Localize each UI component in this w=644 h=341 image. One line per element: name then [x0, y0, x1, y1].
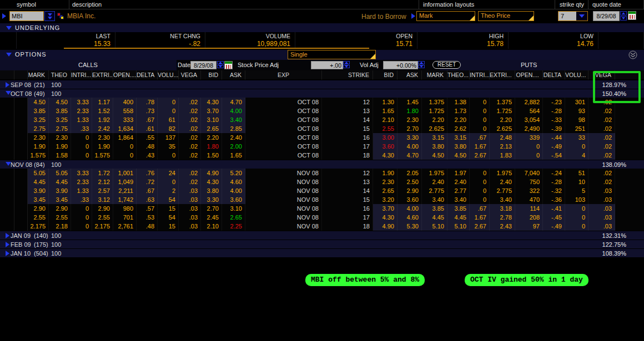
put-ask-cell[interactable]: 5.30: [398, 222, 422, 231]
call-mark-cell[interactable]: 2.30: [28, 133, 49, 142]
put-mark-cell[interactable]: 4.50: [422, 151, 447, 160]
put-theo-cell[interactable]: 1.38: [447, 98, 470, 106]
put-volume-cell[interactable]: 98: [565, 115, 588, 124]
call-extrinsic-cell[interactable]: 1.92: [92, 115, 113, 124]
put-ask-cell[interactable]: 2.90: [398, 186, 422, 195]
put-theo-header[interactable]: THEO...: [447, 70, 470, 80]
put-vega-cell[interactable]: .02: [588, 115, 615, 124]
call-mark-header[interactable]: MARK: [28, 70, 49, 80]
call-intrinsic-cell[interactable]: 0: [71, 151, 92, 160]
put-theo-cell[interactable]: 2.62: [447, 124, 470, 133]
put-open-interest-cell[interactable]: 0: [515, 142, 543, 151]
call-delta-header[interactable]: DELTA: [137, 70, 158, 80]
call-intrinsic-cell[interactable]: 3.33: [71, 169, 92, 177]
put-intrinsic-cell[interactable]: .67: [470, 204, 490, 213]
put-extrinsic-cell[interactable]: 2.20: [490, 115, 515, 124]
put-bid-cell[interactable]: 4.90: [373, 222, 398, 231]
put-theo-cell[interactable]: 3.85: [447, 204, 470, 213]
call-theo-cell[interactable]: 2.30: [49, 133, 71, 142]
put-theo-cell[interactable]: 2.77: [447, 186, 470, 195]
strike-header[interactable]: STRIKE: [322, 70, 373, 80]
call-open-interest-cell[interactable]: 1,049: [113, 177, 137, 186]
call-volume-cell[interactable]: 137: [158, 133, 179, 142]
put-mark-header[interactable]: MARK: [422, 70, 447, 80]
put-extrinsic-cell[interactable]: 1.975: [490, 169, 515, 177]
call-volume-cell[interactable]: 54: [158, 195, 179, 204]
put-bid-header[interactable]: BID: [373, 70, 398, 80]
call-bid-cell[interactable]: 2.70: [201, 204, 222, 213]
options-date-input[interactable]: [190, 61, 217, 69]
call-open-interest-cell[interactable]: 333: [113, 115, 137, 124]
call-intrinsic-cell[interactable]: .33: [71, 195, 92, 204]
put-volume-cell[interactable]: 301: [565, 98, 588, 106]
put-delta-cell[interactable]: -.36: [543, 195, 565, 204]
call-mark-cell[interactable]: 2.55: [28, 213, 49, 222]
call-volume-cell[interactable]: 35: [158, 142, 179, 151]
put-vega-cell[interactable]: .02: [588, 151, 615, 160]
call-volume-cell[interactable]: 0: [158, 151, 179, 160]
vol-adj-input[interactable]: [383, 61, 418, 69]
call-bid-cell[interactable]: 3.30: [201, 195, 222, 204]
call-bid-cell[interactable]: 1.80: [201, 142, 222, 151]
put-vega-cell[interactable]: .02: [588, 98, 615, 106]
call-ask-header[interactable]: ASK: [222, 70, 245, 80]
put-vega-cell[interactable]: .03: [588, 222, 615, 231]
call-bid-cell[interactable]: 3.80: [201, 186, 222, 195]
call-volume-cell[interactable]: 0: [158, 106, 179, 115]
call-extrinsic-cell[interactable]: 1.90: [92, 142, 113, 151]
layout-secondary-dropdown[interactable]: Theo Price: [478, 11, 534, 21]
put-mark-cell[interactable]: 4.45: [422, 213, 447, 222]
call-theo-cell[interactable]: 1.58: [49, 151, 71, 160]
call-ask-cell[interactable]: 4.60: [222, 177, 245, 186]
call-theo-cell[interactable]: 4.45: [49, 177, 71, 186]
spinner-up-icon[interactable]: [620, 11, 627, 16]
call-theo-cell[interactable]: 2.18: [49, 222, 71, 231]
put-delta-cell[interactable]: -.28: [543, 106, 565, 115]
call-bid-cell[interactable]: 2.65: [201, 124, 222, 133]
call-extrinsic-cell[interactable]: 2.57: [92, 186, 113, 195]
put-theo-cell[interactable]: 2.40: [447, 177, 470, 186]
put-delta-cell[interactable]: -.33: [543, 115, 565, 124]
call-intrinsic-cell[interactable]: 0: [71, 222, 92, 231]
call-intrinsic-cell[interactable]: 1.33: [71, 186, 92, 195]
put-intrinsic-cell[interactable]: 1.67: [470, 213, 490, 222]
put-vega-cell[interactable]: .02: [588, 106, 615, 115]
options-date-spinner[interactable]: [217, 61, 224, 69]
call-extrinsic-cell[interactable]: 1.575: [92, 151, 113, 160]
call-mark-cell[interactable]: 1.90: [28, 142, 49, 151]
linked-windows-icon[interactable]: [57, 13, 64, 20]
put-intrinsic-cell[interactable]: 0: [470, 169, 490, 177]
call-volume-cell[interactable]: 0: [158, 98, 179, 106]
put-ask-cell[interactable]: 1.80: [398, 106, 422, 115]
call-mark-cell[interactable]: 5.05: [28, 169, 49, 177]
put-mark-cell[interactable]: 1.975: [422, 169, 447, 177]
put-volume-header[interactable]: VOLU...: [565, 70, 588, 80]
call-theo-cell[interactable]: 3.25: [49, 115, 71, 124]
call-ask-cell[interactable]: 3.40: [222, 115, 245, 124]
call-volume-cell[interactable]: 61: [158, 115, 179, 124]
call-intrinsic-cell[interactable]: .33: [71, 124, 92, 133]
call-open-interest-cell[interactable]: 0: [113, 151, 137, 160]
put-volume-cell[interactable]: 103: [565, 195, 588, 204]
exp-header[interactable]: EXP: [245, 70, 322, 80]
put-volume-cell[interactable]: 33: [565, 133, 588, 142]
put-mark-cell[interactable]: 3.40: [422, 195, 447, 204]
call-theo-cell[interactable]: 3.45: [49, 195, 71, 204]
put-vega-cell[interactable]: .03: [588, 204, 615, 213]
call-mark-cell[interactable]: 3.25: [28, 115, 49, 124]
call-delta-cell[interactable]: .43: [137, 151, 158, 160]
call-bid-cell[interactable]: 3.70: [201, 106, 222, 115]
put-extrinsic-cell[interactable]: 2.625: [490, 124, 515, 133]
call-bid-cell[interactable]: 4.30: [201, 98, 222, 106]
call-extrinsic-cell[interactable]: 2.30: [92, 133, 113, 142]
put-open-interest-cell[interactable]: 750: [515, 177, 543, 186]
call-ask-cell[interactable]: 4.00: [222, 186, 245, 195]
options-section-header[interactable]: OPTIONS Single: [0, 50, 644, 60]
month-row-sep-08[interactable]: SEP 08(21)100128.97%: [0, 80, 644, 89]
call-vega-cell[interactable]: .02: [179, 115, 201, 124]
put-delta-cell[interactable]: -.23: [543, 98, 565, 106]
put-intrinsic-cell[interactable]: 2.67: [470, 151, 490, 160]
call-intrinsic-cell[interactable]: 3.33: [71, 98, 92, 106]
call-open-interest-cell[interactable]: 558: [113, 106, 137, 115]
strike-qty-dropdown[interactable]: 7: [558, 11, 588, 21]
